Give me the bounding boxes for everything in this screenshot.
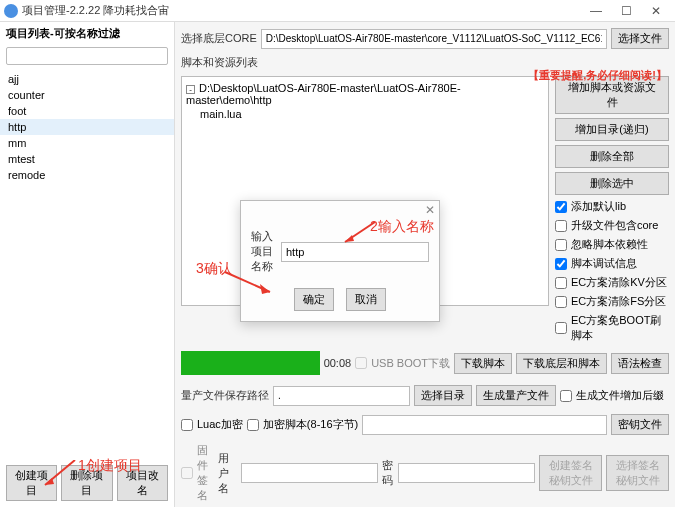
right-options: 增加脚本或资源文件 增加目录(递归) 删除全部 删除选中 添加默认lib 升级文… xyxy=(555,76,669,343)
add-dir-button[interactable]: 增加目录(递归) xyxy=(555,118,669,141)
project-item[interactable]: counter xyxy=(0,87,174,103)
sidebar-header: 项目列表-可按名称过滤 xyxy=(0,22,174,45)
dialog-name-input[interactable] xyxy=(281,242,429,262)
sign-pwd-input xyxy=(398,463,535,483)
project-item[interactable]: mtest xyxy=(0,151,174,167)
clear-all-button[interactable]: 删除全部 xyxy=(555,145,669,168)
dialog-cancel-button[interactable]: 取消 xyxy=(346,288,386,311)
encrypt-key-input[interactable] xyxy=(362,415,607,435)
dialog-close-icon[interactable]: ✕ xyxy=(425,203,435,217)
titlebar: 项目管理-2.2.22 降功耗找合宙 — ☐ ✕ xyxy=(0,0,675,22)
clear-selected-button[interactable]: 删除选中 xyxy=(555,172,669,195)
usb-boot-check[interactable]: USB BOOT下载 xyxy=(355,356,450,371)
minimize-button[interactable]: — xyxy=(581,2,611,20)
project-list[interactable]: ajj counter foot http mm mtest remode xyxy=(0,67,174,459)
key-file-button[interactable]: 密钥文件 xyxy=(611,414,669,435)
warning-text: 【重要提醒,务必仔细阅读!】 xyxy=(528,68,667,83)
window-title: 项目管理-2.2.22 降功耗找合宙 xyxy=(22,3,581,18)
tree-item[interactable]: main.lua xyxy=(186,107,544,121)
project-item[interactable]: ajj xyxy=(0,71,174,87)
check-debug-info[interactable]: 脚本调试信息 xyxy=(555,256,669,271)
dialog-label: 输入项目名称 xyxy=(251,229,275,274)
app-icon xyxy=(4,4,18,18)
create-key-button: 创建签名秘钥文件 xyxy=(539,455,602,491)
collapse-icon[interactable]: - xyxy=(186,85,195,94)
mass-path-input[interactable] xyxy=(273,386,410,406)
tree-root[interactable]: -D:\Desktop\LuatOS-Air780E-master\LuatOS… xyxy=(186,81,544,107)
choose-core-button[interactable]: 选择文件 xyxy=(611,28,669,49)
sidebar: 项目列表-可按名称过滤 ajj counter foot http mm mte… xyxy=(0,22,175,507)
mass-label: 量产文件保存路径 xyxy=(181,388,269,403)
sign-user-input xyxy=(241,463,378,483)
download-script-button[interactable]: 下载脚本 xyxy=(454,353,512,374)
choose-key-button: 选择签名秘钥文件 xyxy=(606,455,669,491)
input-dialog: ✕ 输入项目名称 确定 取消 xyxy=(240,200,440,322)
delete-project-button[interactable]: 删除项目 xyxy=(61,465,112,501)
progress-time: 00:08 xyxy=(324,357,352,369)
project-item[interactable]: remode xyxy=(0,167,174,183)
check-upgrade-core[interactable]: 升级文件包含core xyxy=(555,218,669,233)
maximize-button[interactable]: ☐ xyxy=(611,2,641,20)
script-encrypt-check[interactable]: 加密脚本(8-16字节) xyxy=(247,417,358,432)
project-item[interactable]: mm xyxy=(0,135,174,151)
download-core-button[interactable]: 下载底层和脚本 xyxy=(516,353,607,374)
check-ignore-dep[interactable]: 忽略脚本依赖性 xyxy=(555,237,669,252)
core-path-input[interactable] xyxy=(261,29,607,49)
filter-input[interactable] xyxy=(6,47,168,65)
syntax-check-button[interactable]: 语法检查 xyxy=(611,353,669,374)
core-label: 选择底层CORE xyxy=(181,31,257,46)
firmware-sign-check[interactable]: 固件签名 xyxy=(181,443,214,503)
luac-encrypt-check[interactable]: Luac加密 xyxy=(181,417,243,432)
choose-dir-button[interactable]: 选择目录 xyxy=(414,385,472,406)
dialog-ok-button[interactable]: 确定 xyxy=(294,288,334,311)
scripts-label: 脚本和资源列表 xyxy=(181,55,258,70)
close-button[interactable]: ✕ xyxy=(641,2,671,20)
project-item[interactable]: foot xyxy=(0,103,174,119)
check-ec-boot[interactable]: EC方案免BOOT刷脚本 xyxy=(555,313,669,343)
check-ec-kv[interactable]: EC方案清除KV分区 xyxy=(555,275,669,290)
project-item[interactable]: http xyxy=(0,119,174,135)
check-ec-fs[interactable]: EC方案清除FS分区 xyxy=(555,294,669,309)
progress-bar xyxy=(181,351,320,375)
gen-mass-button[interactable]: 生成量产文件 xyxy=(476,385,556,406)
rename-project-button[interactable]: 项目改名 xyxy=(117,465,168,501)
check-default-lib[interactable]: 添加默认lib xyxy=(555,199,669,214)
create-project-button[interactable]: 创建项目 xyxy=(6,465,57,501)
gen-upgrade-check[interactable]: 生成文件增加后缀 xyxy=(560,388,664,403)
